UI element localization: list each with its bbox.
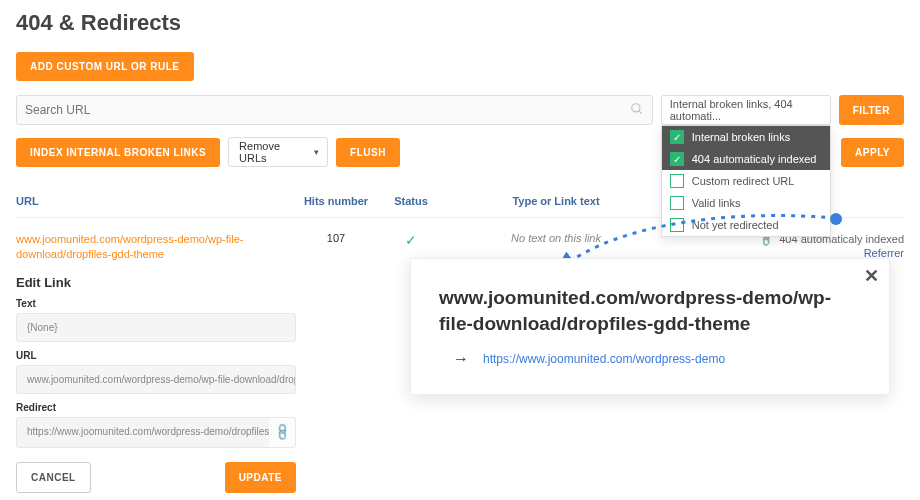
filter-option[interactable]: Valid links (662, 192, 830, 214)
checkbox-icon (670, 196, 684, 210)
filter-option[interactable]: Not yet redirected (662, 214, 830, 236)
update-button[interactable]: Update (225, 462, 296, 493)
col-header-status[interactable]: Status (376, 195, 446, 207)
filter-option[interactable]: ✓Internal broken links (662, 126, 830, 148)
checkbox-checked-icon: ✓ (670, 152, 684, 166)
filter-option-label: Internal broken links (692, 131, 790, 143)
edit-url-input[interactable]: www.joomunited.com/wordpress-demo/wp-fil… (16, 365, 296, 394)
search-box[interactable] (16, 95, 653, 125)
search-icon (630, 102, 644, 119)
index-broken-links-button[interactable]: Index Internal Broken Links (16, 138, 220, 167)
filter-option-label: 404 automaticaly indexed (692, 153, 817, 165)
apply-button[interactable]: Apply (841, 138, 904, 167)
label-redirect: Redirect (16, 402, 904, 413)
status-ok-icon: ✓ (405, 232, 417, 248)
filter-type-select[interactable]: Internal broken links, 404 automati... ✓… (661, 95, 831, 125)
checkbox-icon (670, 218, 684, 232)
page-title: 404 & Redirects (16, 10, 904, 36)
popup-redirect-link[interactable]: https://www.joomunited.com/wordpress-dem… (483, 352, 725, 366)
col-header-hits[interactable]: Hits number (296, 195, 376, 207)
remove-urls-select[interactable]: Remove URLs (228, 137, 328, 167)
col-header-text[interactable]: Type or Link text (446, 195, 666, 207)
row-url-link[interactable]: www.joomunited.com/wordpress-demo/wp-fil… (16, 232, 276, 263)
filter-select-summary: Internal broken links, 404 automati... (670, 98, 822, 122)
svg-point-0 (631, 103, 639, 111)
checkbox-checked-icon: ✓ (670, 130, 684, 144)
filter-option-label: Not yet redirected (692, 219, 779, 231)
edit-text-input[interactable]: {None} (16, 313, 296, 342)
arrow-right-icon: → (453, 350, 469, 368)
row-hits: 107 (296, 232, 376, 244)
annotation-dot-icon (830, 213, 842, 225)
checkbox-icon (670, 174, 684, 188)
cancel-button[interactable]: Cancel (16, 462, 91, 493)
close-icon[interactable]: ✕ (864, 265, 879, 287)
flush-button[interactable]: Flush (336, 138, 400, 167)
redirect-preview-popup: ✕ www.joomunited.com/wordpress-demo/wp-f… (410, 258, 890, 395)
popup-source-url: www.joomunited.com/wordpress-demo/wp-fil… (439, 285, 861, 336)
page-root: 404 & Redirects Add Custom URL or Rule I… (0, 0, 920, 500)
redirect-link-picker-button[interactable]: 🔗 (269, 417, 296, 448)
remove-select-value: Remove URLs (239, 140, 303, 164)
filter-option-label: Valid links (692, 197, 741, 209)
link-chain-icon: 🔗 (272, 422, 293, 443)
filter-option[interactable]: ✓404 automaticaly indexed (662, 148, 830, 170)
filter-option[interactable]: Custom redirect URL (662, 170, 830, 192)
filter-button[interactable]: Filter (839, 95, 904, 125)
svg-line-1 (638, 110, 641, 113)
search-input[interactable] (25, 103, 630, 117)
filter-option-label: Custom redirect URL (692, 175, 795, 187)
col-header-url[interactable]: URL (16, 195, 296, 207)
row-link-text: No text on this link (446, 232, 666, 244)
add-custom-url-button[interactable]: Add Custom URL or Rule (16, 52, 194, 81)
edit-redirect-input[interactable]: https://www.joomunited.com/wordpress-dem… (16, 417, 269, 448)
search-row: Internal broken links, 404 automati... ✓… (16, 95, 904, 125)
filter-dropdown: ✓Internal broken links ✓404 automaticaly… (661, 125, 831, 237)
